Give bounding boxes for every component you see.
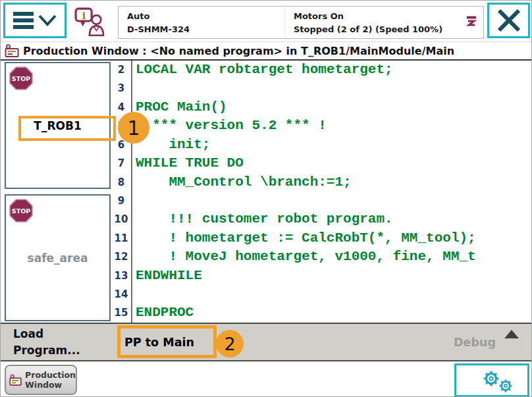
line-number: 12 [111,248,131,266]
quickset-status-panel[interactable]: Auto D-SHMM-324 Motors On Stopped (2 of … [118,6,484,39]
rapid-code-view[interactable]: LOCAL VAR robtarget hometarget; PROC Mai… [132,61,532,323]
line-number: 11 [111,229,131,248]
code-line: ENDWHILE [132,267,532,285]
quickset-settings-button[interactable] [454,363,529,397]
motors-state: Motors On [294,10,460,23]
production-window-task-button[interactable]: Production Window [5,365,77,395]
motor-status: Motors On Stopped (2 of 2) (Speed 100%) [284,7,460,38]
code-line: MM_Control \branch:=1; [132,173,532,192]
code-line: WHILE TRUE DO [132,154,532,172]
mode-status: Auto D-SHMM-324 [119,7,284,38]
line-number: 3 [111,79,131,97]
code-line: ! hometarget := CalcRobT(*, MM_tool); [132,229,532,248]
production-window-icon [5,44,19,58]
line-number: 10 [111,210,131,228]
production-window-icon [9,373,22,387]
code-line: ! MoveJ hometarget, v1000, fine, MM_t [132,248,532,266]
stop-icon: STOP [9,198,34,223]
task-name: safe_area [28,251,88,265]
line-number: 9 [111,192,131,210]
bottom-menu-bar: Load Program... PP to Main 2 Debug [1,323,532,360]
flexpendant-window: i Auto D-SHMM-324 Motors On Stopped (2 o… [0,0,532,397]
svg-text:i: i [82,10,86,21]
annotation-badge-2: 2 [216,330,244,357]
taskbar: Production Window [1,360,532,397]
code-line [132,285,532,304]
line-number: 15 [111,304,131,322]
line-number: 2 [111,61,131,79]
stop-label: STOP [12,75,30,82]
execution-state: Stopped (2 of 2) (Speed 100%) [294,23,460,36]
line-number-gutter: 2 3 4 5 6 7 8 9 10 11 12 13 14 15 [111,61,131,323]
code-line: init; [132,136,532,154]
controller-name: D-SHMM-324 [127,23,284,36]
operator-speech-bubble-icon: i [74,7,105,36]
code-line: !!! customer robot program. [132,210,532,228]
window-title-bar: Production Window : <No named program> i… [1,41,532,61]
code-line: LOCAL VAR robtarget hometarget; [132,61,532,79]
production-window-task-label: Production Window [25,370,76,390]
gear-icon [483,370,500,387]
stop-label: STOP [12,207,30,215]
code-line: ENDPROC [132,304,532,322]
line-number: 14 [111,285,131,304]
debug-button[interactable]: Debug [454,324,496,360]
load-program-button[interactable]: Load Program... [13,326,80,359]
line-number: 7 [111,154,131,172]
code-line [132,192,532,210]
code-line [132,79,532,97]
annotation-highlight-2 [117,325,217,358]
operating-mode: Auto [127,10,284,23]
main-area: STOP T_ROB1 STOP safe_area 2 3 4 5 6 7 8… [1,61,532,323]
main-menu-button[interactable] [3,3,66,38]
line-number: 8 [111,173,131,192]
chevron-down-icon [38,14,57,26]
gear-icon [498,379,513,393]
operator-message-button[interactable]: i [70,5,109,39]
top-status-bar: i Auto D-SHMM-324 Motors On Stopped (2 o… [1,1,532,41]
program-pointer-flag-icon [460,7,483,38]
scroll-up-icon[interactable] [504,330,519,338]
close-icon [496,7,522,34]
task-panel-safe-area[interactable]: STOP safe_area [5,194,111,321]
close-button[interactable] [487,3,530,38]
stop-icon: STOP [9,66,34,91]
code-line: ! *** version 5.2 *** ! [132,117,532,135]
page-title: Production Window : <No named program> i… [23,45,454,57]
hamburger-icon [13,12,34,29]
annotation-highlight-1 [18,116,116,141]
annotation-badge-1: 1 [118,112,149,144]
code-line: PROC Main() [132,98,532,117]
line-number: 13 [111,267,131,285]
